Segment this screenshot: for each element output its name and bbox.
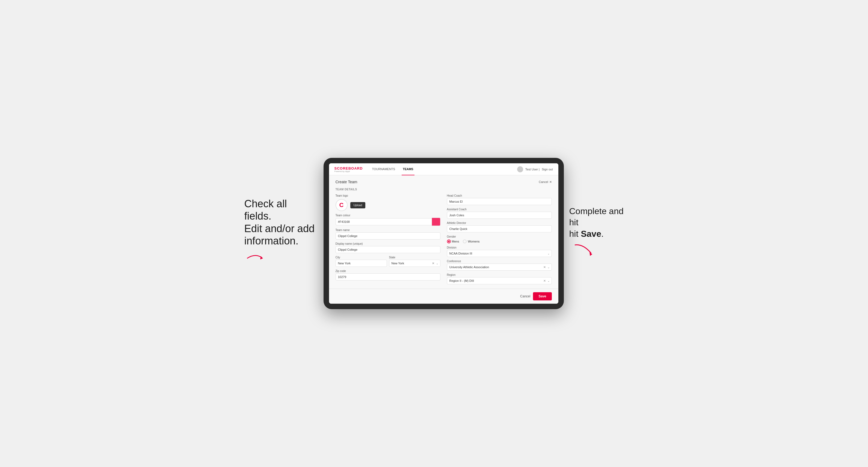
color-swatch[interactable]: [432, 218, 440, 226]
form-left-column: Team logo C Upload Team colour: [336, 194, 440, 284]
logo-area: SCOREBOARD Powered by clippit: [335, 166, 363, 172]
nav-teams[interactable]: TEAMS: [402, 163, 414, 175]
state-clear-icon[interactable]: ✕: [432, 261, 434, 265]
mens-label: Mens: [452, 240, 459, 243]
color-row: [336, 218, 440, 226]
section-label: TEAM DETAILS: [336, 188, 552, 191]
city-label: City: [336, 256, 387, 259]
team-name-input[interactable]: [336, 232, 440, 240]
annotation-line1: Check all fields.: [244, 198, 315, 223]
zip-group: Zip code: [336, 270, 440, 280]
team-colour-input[interactable]: [336, 218, 432, 225]
right-annotation: Complete and hit hit Save.: [569, 206, 624, 240]
right-annotation-group: Complete and hit hit Save.: [569, 206, 624, 261]
logo-main: SCOREBOARD: [335, 166, 363, 170]
nav-bar: SCOREBOARD Powered by clippit TOURNAMENT…: [329, 163, 558, 175]
right-text-end: .: [601, 229, 604, 239]
save-button[interactable]: Save: [533, 292, 552, 301]
division-group: Division NCAA Division III ⌄: [447, 246, 552, 257]
assistant-coach-group: Assistant Coach: [447, 208, 552, 219]
avatar: [517, 166, 523, 172]
nav-right: Test User | Sign out: [517, 166, 553, 172]
display-name-group: Display name (unique): [336, 242, 440, 253]
sign-out-link[interactable]: Sign out: [542, 168, 553, 171]
form-grid: Team logo C Upload Team colour: [336, 194, 552, 284]
zip-input[interactable]: [336, 273, 440, 280]
gender-label: Gender: [447, 235, 552, 238]
right-arrow-icon: [569, 242, 597, 261]
region-clear-icon[interactable]: ✕: [544, 279, 546, 283]
upload-button[interactable]: Upload: [350, 202, 366, 208]
womens-radio-dot[interactable]: [463, 240, 467, 243]
content-area: Create Team Cancel ✕ TEAM DETAILS: [329, 175, 558, 289]
state-select-wrapper: New York ✕ ⌄: [389, 260, 440, 267]
city-group: City: [336, 256, 387, 267]
head-coach-group: Head Coach: [447, 194, 552, 205]
nav-links: TOURNAMENTS TEAMS: [371, 163, 517, 175]
logo-sub: Powered by clippit: [335, 170, 363, 172]
division-select-wrapper: NCAA Division III ⌄: [447, 250, 552, 257]
right-text-bold: Save: [581, 229, 601, 239]
cancel-top-label: Cancel: [539, 180, 548, 184]
head-coach-input[interactable]: [447, 198, 552, 205]
team-logo-group: Team logo C Upload: [336, 194, 440, 211]
team-name-group: Team name: [336, 228, 440, 240]
form-right-column: Head Coach Assistant Coach Athletic Dire…: [447, 194, 552, 284]
logo-upload-area: C Upload: [336, 199, 440, 211]
left-annotation: Check all fields. Edit and/or add inform…: [244, 198, 315, 270]
city-state-group: City State New York: [336, 256, 440, 267]
athletic-director-label: Athletic Director: [447, 221, 552, 224]
team-name-label: Team name: [336, 228, 440, 231]
gender-womens-option[interactable]: Womens: [463, 240, 479, 243]
tablet-screen: SCOREBOARD Powered by clippit TOURNAMENT…: [329, 163, 558, 304]
womens-label: Womens: [468, 240, 479, 243]
cancel-footer-button[interactable]: Cancel: [520, 294, 530, 298]
zip-label: Zip code: [336, 270, 440, 273]
conference-select[interactable]: University Athletic Association: [447, 263, 552, 271]
display-name-label: Display name (unique): [336, 242, 440, 245]
annotation-line2: Edit and/or add: [244, 223, 315, 235]
athletic-director-group: Athletic Director: [447, 221, 552, 232]
city-state-row: City State New York: [336, 256, 440, 267]
head-coach-label: Head Coach: [447, 194, 552, 197]
close-icon: ✕: [549, 180, 552, 184]
state-label: State: [389, 256, 440, 259]
division-label: Division: [447, 246, 552, 249]
region-select-wrapper: Region II - (M) DIII ✕ ⌄: [447, 277, 552, 284]
right-text-plain: Complete and hit: [569, 206, 624, 227]
cancel-top-button[interactable]: Cancel ✕: [539, 180, 552, 184]
tablet-device: SCOREBOARD Powered by clippit TOURNAMENT…: [323, 158, 564, 309]
gender-group: Gender Mens Womens: [447, 235, 552, 243]
team-colour-group: Team colour: [336, 214, 440, 226]
user-name: Test User |: [525, 168, 539, 171]
nav-tournaments[interactable]: TOURNAMENTS: [371, 163, 396, 175]
team-logo-label: Team logo: [336, 194, 440, 197]
conference-label: Conference: [447, 260, 552, 263]
athletic-director-input[interactable]: [447, 225, 552, 232]
tablet-and-right: SCOREBOARD Powered by clippit TOURNAMENT…: [323, 158, 624, 309]
region-group: Region Region II - (M) DIII ✕ ⌄: [447, 273, 552, 284]
city-input[interactable]: [336, 260, 387, 267]
gender-mens-option[interactable]: Mens: [447, 240, 459, 243]
team-colour-label: Team colour: [336, 214, 440, 217]
assistant-coach-label: Assistant Coach: [447, 208, 552, 211]
form-footer: Cancel Save: [329, 289, 558, 304]
state-group: State New York ✕ ⌄: [389, 256, 440, 267]
page-title: Create Team: [336, 180, 358, 184]
region-select[interactable]: Region II - (M) DIII: [447, 277, 552, 284]
page-title-row: Create Team Cancel ✕: [336, 180, 552, 184]
gender-row: Mens Womens: [447, 240, 552, 243]
page-layout: Check all fields. Edit and/or add inform…: [244, 158, 624, 309]
display-name-input[interactable]: [336, 246, 440, 253]
conference-group: Conference University Athletic Associati…: [447, 260, 552, 271]
division-select[interactable]: NCAA Division III: [447, 250, 552, 257]
region-label: Region: [447, 273, 552, 276]
conference-select-wrapper: University Athletic Association ✕ ⌄: [447, 263, 552, 271]
logo-circle: C: [336, 199, 348, 211]
annotation-line3: information.: [244, 235, 315, 247]
assistant-coach-input[interactable]: [447, 212, 552, 219]
mens-radio-dot[interactable]: [447, 240, 451, 243]
conference-clear-icon[interactable]: ✕: [544, 266, 546, 269]
left-arrow-icon: [244, 250, 266, 267]
